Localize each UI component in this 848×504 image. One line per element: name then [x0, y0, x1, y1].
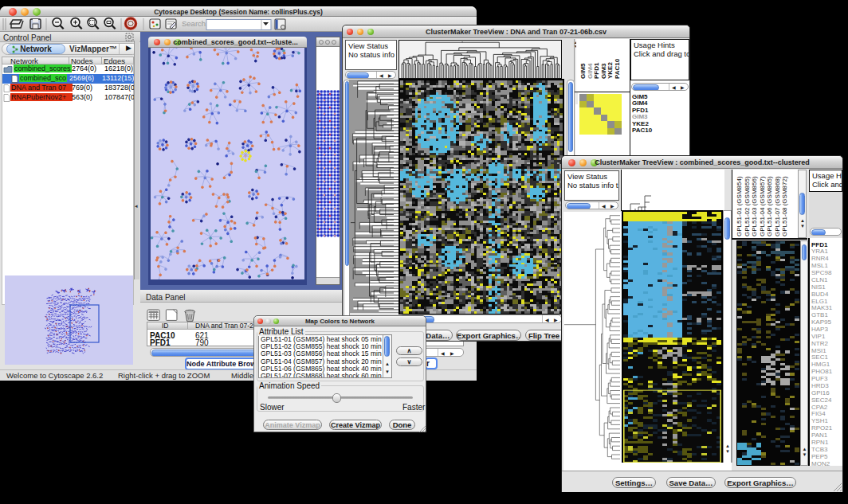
svg-text:Search:: Search:: [182, 19, 208, 28]
